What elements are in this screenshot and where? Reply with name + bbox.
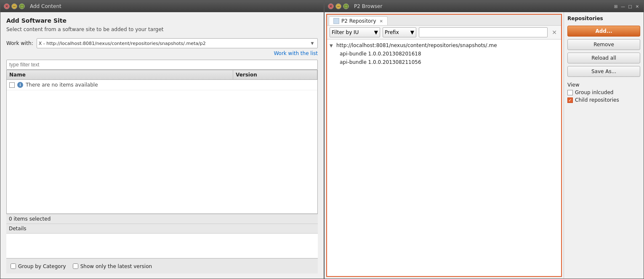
version-cell bbox=[233, 83, 317, 87]
close-icon[interactable]: ✕ bbox=[634, 3, 640, 9]
tree-root-item[interactable]: ▼ http://localhost:8081/nexus/content/re… bbox=[327, 41, 561, 50]
maximize-icon[interactable]: □ bbox=[627, 3, 633, 9]
group-included-row: Group inlcuded bbox=[567, 89, 640, 95]
no-items-text: There are no items available bbox=[26, 82, 98, 88]
content-table: Name Version i There are no items availa… bbox=[6, 70, 318, 214]
checkmark-icon: ✓ bbox=[568, 98, 572, 103]
view-title: View bbox=[567, 82, 640, 88]
titlebar-icons-right: ⊞ — □ ✕ bbox=[613, 3, 640, 9]
group-by-category-checkbox[interactable] bbox=[11, 263, 16, 269]
filter-by-iu-select[interactable]: Filter by IU ▼ bbox=[330, 27, 380, 37]
work-with-label: Work with: bbox=[6, 40, 33, 46]
table-row: i There are no items available bbox=[7, 80, 317, 90]
child-repositories-label: Child repositories bbox=[575, 97, 619, 103]
tree-root-label: http://localhost:8081/nexus/content/repo… bbox=[336, 42, 497, 48]
p2-search-input[interactable] bbox=[419, 27, 548, 37]
group-included-checkbox[interactable] bbox=[567, 90, 573, 95]
group-included-label: Group inlcuded bbox=[575, 89, 613, 95]
tree-child-item-1[interactable]: api-bundle 1.0.0.201308211056 bbox=[337, 58, 561, 66]
left-titlebar: ✕ − □ Add Content bbox=[0, 0, 324, 12]
right-window-inner: P2 Repository ✕ Filter by IU ▼ Prefix ▼ … bbox=[325, 12, 644, 279]
latest-version-row: Show only the latest version bbox=[73, 263, 152, 269]
tab-label: P2 Repository bbox=[341, 18, 376, 24]
tree-expand-icon: ▼ bbox=[330, 43, 335, 48]
latest-version-label: Show only the latest version bbox=[80, 263, 152, 269]
repositories-title: Repositories bbox=[567, 16, 640, 21]
table-header: Name Version bbox=[7, 70, 317, 80]
window-controls-right: ✕ − □ bbox=[328, 3, 349, 9]
view-section: View Group inlcuded ✓ Child repositories bbox=[567, 82, 640, 105]
window-controls-left: ✕ − □ bbox=[4, 3, 25, 9]
p2-browser-window: ✕ − □ P2 Browser ⊞ — □ ✕ P2 Repository ✕ bbox=[324, 0, 644, 279]
work-with-list-link[interactable]: Work with the list bbox=[274, 50, 318, 56]
clear-search-button[interactable]: ✕ bbox=[550, 28, 559, 37]
tree-child-label-0: api-bundle 1.0.0.201308201618 bbox=[340, 51, 421, 57]
tab-icon bbox=[333, 18, 339, 24]
save-as-button[interactable]: Save As... bbox=[567, 66, 640, 77]
work-with-list-link-container: Work with the list bbox=[6, 50, 318, 56]
tab-close-icon[interactable]: ✕ bbox=[380, 19, 383, 24]
minimize-button-right[interactable]: − bbox=[335, 3, 341, 9]
version-column-header: Version bbox=[233, 70, 317, 79]
work-with-select-text: X - http://localhost:8081/nexus/content/… bbox=[39, 41, 309, 46]
latest-version-checkbox[interactable] bbox=[73, 263, 78, 269]
details-label: Details bbox=[6, 224, 318, 233]
p2-main-area: P2 Repository ✕ Filter by IU ▼ Prefix ▼ … bbox=[326, 14, 562, 277]
minimize-button-left[interactable]: − bbox=[11, 3, 17, 9]
section-title: Add Software Site bbox=[6, 17, 318, 24]
maximize-button-right[interactable]: □ bbox=[343, 3, 349, 9]
group-by-category-row: Group by Category bbox=[11, 263, 66, 269]
row-checkbox[interactable] bbox=[9, 82, 15, 88]
name-column-header: Name bbox=[7, 70, 233, 79]
info-icon: i bbox=[17, 82, 23, 88]
p2-tree: ▼ http://localhost:8081/nexus/content/re… bbox=[327, 39, 561, 276]
add-content-window: ✕ − □ Add Content Add Software Site Sele… bbox=[0, 0, 324, 279]
tree-children: api-bundle 1.0.0.201308201618 api-bundle… bbox=[327, 50, 561, 66]
right-window-title: P2 Browser bbox=[354, 3, 610, 9]
tree-child-item-0[interactable]: api-bundle 1.0.0.201308201618 bbox=[337, 50, 561, 58]
details-area bbox=[6, 233, 318, 258]
remove-repository-button[interactable]: Remove bbox=[567, 39, 640, 50]
section-subtitle: Select content from a software site to b… bbox=[6, 26, 318, 32]
filter-select-arrow-icon: ▼ bbox=[374, 29, 378, 35]
prefix-select[interactable]: Prefix ▼ bbox=[383, 27, 416, 37]
left-window-title: Add Content bbox=[30, 3, 61, 9]
p2-toolbar: Filter by IU ▼ Prefix ▼ ✕ bbox=[327, 26, 561, 39]
prefix-text: Prefix bbox=[385, 29, 409, 35]
p2-repository-tab[interactable]: P2 Repository ✕ bbox=[329, 16, 388, 25]
right-sidebar: Repositories Add... Remove Reload all Sa… bbox=[564, 12, 644, 279]
filter-input[interactable] bbox=[6, 60, 318, 70]
tree-child-label-1: api-bundle 1.0.0.201308211056 bbox=[340, 59, 421, 65]
minimize-icon[interactable]: — bbox=[620, 3, 626, 9]
work-with-row: Work with: X - http://localhost:8081/nex… bbox=[6, 38, 318, 48]
bottom-bar: Group by Category Show only the latest v… bbox=[6, 258, 318, 274]
restore-icon[interactable]: ⊞ bbox=[613, 3, 619, 9]
left-window-content: Add Software Site Select content from a … bbox=[0, 12, 324, 279]
close-button-left[interactable]: ✕ bbox=[4, 3, 10, 9]
tab-bar: P2 Repository ✕ bbox=[327, 15, 561, 26]
prefix-arrow-icon: ▼ bbox=[410, 29, 414, 35]
status-bar: 0 items selected bbox=[6, 214, 318, 224]
dropdown-arrow-icon: ▼ bbox=[309, 40, 316, 47]
group-by-category-label: Group by Category bbox=[18, 263, 66, 269]
add-repository-button[interactable]: Add... bbox=[567, 26, 640, 37]
right-titlebar: ✕ − □ P2 Browser ⊞ — □ ✕ bbox=[325, 0, 644, 12]
filter-by-iu-text: Filter by IU bbox=[332, 29, 373, 35]
child-repositories-checkbox[interactable]: ✓ bbox=[567, 97, 573, 103]
child-repositories-row: ✓ Child repositories bbox=[567, 97, 640, 103]
maximize-button-left[interactable]: □ bbox=[19, 3, 25, 9]
name-cell: i There are no items available bbox=[7, 80, 233, 90]
close-button-right[interactable]: ✕ bbox=[328, 3, 334, 9]
work-with-select[interactable]: X - http://localhost:8081/nexus/content/… bbox=[37, 38, 318, 48]
status-text: 0 items selected bbox=[9, 216, 51, 222]
reload-all-button[interactable]: Reload all bbox=[567, 53, 640, 63]
